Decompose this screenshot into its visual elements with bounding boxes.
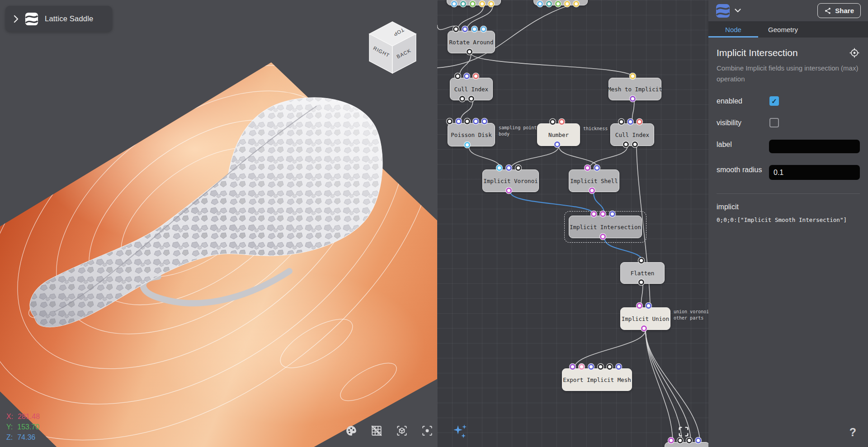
smooth-radius-input[interactable]: [769, 165, 860, 180]
indigo-port[interactable]: [594, 165, 600, 171]
coord-y-label: Y:: [6, 422, 13, 432]
magenta-port[interactable]: [585, 165, 590, 171]
label-input[interactable]: [769, 140, 860, 153]
node-title: Implicit Intersection: [717, 47, 798, 58]
magenta-port[interactable]: [668, 438, 674, 443]
node-label: Cull Index: [615, 132, 649, 138]
expand-chevron-icon[interactable]: [14, 15, 19, 23]
black-port[interactable]: [638, 258, 644, 263]
magenta-port[interactable]: [591, 211, 597, 217]
grid-off-icon[interactable]: [370, 424, 383, 438]
indigo-port[interactable]: [462, 26, 468, 32]
wire[interactable]: [469, 146, 501, 169]
red-port[interactable]: [559, 119, 565, 125]
indigo-port[interactable]: [506, 165, 512, 171]
black-port[interactable]: [464, 118, 470, 124]
black-port[interactable]: [515, 165, 521, 171]
yellow-port[interactable]: [564, 1, 570, 7]
cube-scan-icon[interactable]: [395, 424, 409, 438]
enabled-checkbox[interactable]: ✓: [769, 96, 779, 106]
red-port[interactable]: [637, 119, 642, 125]
violet-port[interactable]: [630, 96, 636, 102]
indigo-port[interactable]: [473, 118, 479, 124]
app-logo-icon-blue[interactable]: [716, 4, 730, 18]
project-title: Lattice Saddle: [45, 14, 93, 23]
skyblue-port[interactable]: [537, 1, 543, 7]
magenta-port[interactable]: [589, 188, 595, 193]
black-port[interactable]: [468, 96, 474, 102]
ai-sparkles-icon[interactable]: [452, 423, 470, 442]
tab-node[interactable]: Node: [708, 21, 758, 38]
black-port[interactable]: [447, 118, 453, 124]
indigo-port[interactable]: [456, 118, 462, 124]
wire[interactable]: [471, 53, 634, 78]
yellow-port[interactable]: [479, 1, 485, 7]
black-port[interactable]: [632, 141, 638, 147]
wire[interactable]: [559, 146, 599, 169]
label-field-label: label: [717, 140, 769, 150]
black-port[interactable]: [623, 141, 629, 147]
cyan-port[interactable]: [464, 142, 470, 148]
node-label: Poisson Disk: [451, 132, 491, 138]
wire[interactable]: [646, 330, 682, 442]
share-button[interactable]: Share: [817, 3, 861, 18]
magenta-port[interactable]: [637, 303, 642, 309]
red-port[interactable]: [473, 73, 479, 79]
indigo-port[interactable]: [616, 364, 622, 370]
black-port[interactable]: [459, 96, 465, 102]
black-port[interactable]: [550, 119, 556, 125]
indigo-port[interactable]: [627, 119, 633, 125]
green-port[interactable]: [470, 1, 476, 7]
chevron-down-icon[interactable]: [735, 9, 741, 13]
indigo-port[interactable]: [464, 73, 470, 79]
skyblue-port[interactable]: [481, 26, 486, 32]
magenta-port[interactable]: [506, 188, 512, 193]
black-port[interactable]: [618, 119, 624, 125]
indigo-port[interactable]: [481, 118, 487, 124]
viewport-3d[interactable]: TOP RIGHT BACK Lattice Saddle X:281.48 Y…: [0, 0, 437, 447]
wire[interactable]: [646, 330, 673, 442]
wire[interactable]: [646, 330, 700, 442]
locate-node-icon[interactable]: [849, 47, 860, 58]
node-graph-editor[interactable]: Rotate AroundCull IndexMesh to ImplicitP…: [437, 0, 708, 447]
pink-port[interactable]: [579, 364, 585, 370]
yellow-port[interactable]: [573, 1, 579, 7]
node-label: Implicit Voronoi: [483, 178, 538, 184]
magenta-port[interactable]: [641, 325, 647, 331]
fit-view-icon[interactable]: [677, 425, 690, 440]
focus-icon[interactable]: [420, 424, 434, 438]
black-port[interactable]: [607, 364, 613, 370]
visibility-checkbox[interactable]: [769, 118, 779, 127]
black-port[interactable]: [455, 73, 461, 79]
skyblue-port[interactable]: [472, 26, 477, 32]
tab-geometry[interactable]: Geometry: [758, 21, 808, 38]
yellow-port[interactable]: [630, 73, 636, 79]
indigo-port[interactable]: [646, 303, 651, 309]
black-port[interactable]: [453, 26, 459, 32]
cyan-port[interactable]: [496, 165, 502, 171]
row-enabled: enabled ✓: [717, 96, 860, 106]
panel-body: Implicit Intersection Combine Implicit f…: [708, 38, 868, 223]
yellow-port[interactable]: [488, 1, 494, 7]
violet-port[interactable]: [570, 364, 576, 370]
indigo-port[interactable]: [588, 364, 594, 370]
node-export-implicit-mesh[interactable]: Export Implicit Mesh: [562, 368, 632, 391]
skyblue-port[interactable]: [451, 1, 457, 7]
indigo-port[interactable]: [609, 211, 615, 217]
node-label: Implicit Union: [622, 315, 669, 322]
green-port[interactable]: [555, 1, 561, 7]
magenta-port[interactable]: [600, 234, 606, 240]
teal-port[interactable]: [460, 1, 466, 7]
magenta-port[interactable]: [600, 211, 606, 217]
wire[interactable]: [574, 330, 646, 368]
node-poisson-disk[interactable]: Poisson Disk: [448, 123, 495, 146]
black-port[interactable]: [598, 364, 604, 370]
palette-icon[interactable]: [344, 424, 358, 438]
indigo-port[interactable]: [695, 438, 701, 443]
indigo-port[interactable]: [554, 141, 560, 147]
project-title-bar[interactable]: Lattice Saddle: [5, 6, 112, 32]
black-port[interactable]: [467, 49, 472, 55]
black-port[interactable]: [638, 279, 644, 285]
help-button[interactable]: ?: [849, 426, 856, 439]
teal-port[interactable]: [546, 1, 552, 7]
